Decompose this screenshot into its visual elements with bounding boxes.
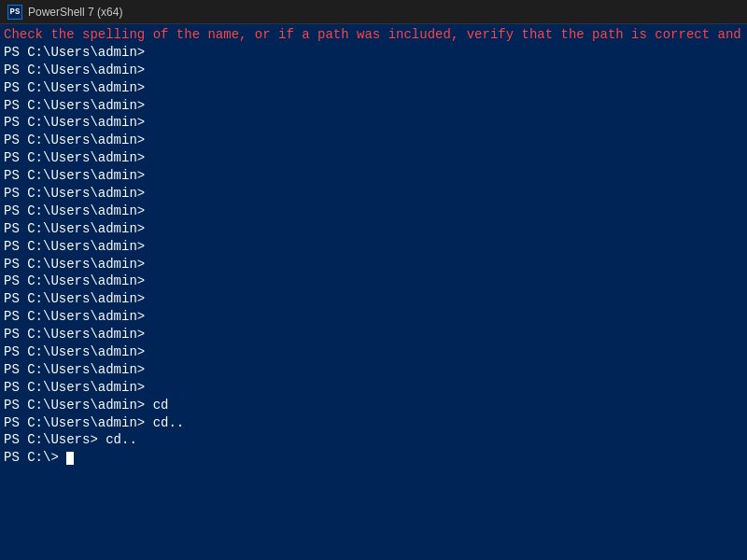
prompt-line-6: PS C:\Users\admin> xyxy=(4,132,743,149)
prompt-line-14: PS C:\Users\admin> xyxy=(4,273,743,290)
prompt-line-7: PS C:\Users\admin> xyxy=(4,149,743,167)
prompt-line-1: PS C:\Users\admin> xyxy=(4,44,743,62)
prompt-line-18: PS C:\Users\admin> xyxy=(4,343,743,361)
prompt-line-15: PS C:\Users\admin> xyxy=(4,290,743,308)
prompt-line-19: PS C:\Users\admin> xyxy=(4,361,743,379)
title-bar: PS PowerShell 7 (x64) xyxy=(0,0,747,24)
cmd-cd-line: PS C:\Users\admin> cd xyxy=(4,397,743,414)
powershell-logo: PS xyxy=(7,5,22,20)
prompt-line-9: PS C:\Users\admin> xyxy=(4,185,743,203)
prompt-line-2: PS C:\Users\admin> xyxy=(4,62,743,79)
prompt-line-13: PS C:\Users\admin> xyxy=(4,256,743,273)
prompt-line-8: PS C:\Users\admin> xyxy=(4,167,743,185)
prompt-line-11: PS C:\Users\admin> xyxy=(4,220,743,238)
current-prompt-line[interactable]: PS C:\> xyxy=(4,449,743,467)
terminal-window[interactable]: Check the spelling of the name, or if a … xyxy=(0,24,747,560)
cmd-users-cddotdot-line: PS C:\Users> cd.. xyxy=(4,431,743,449)
prompt-line-20: PS C:\Users\admin> xyxy=(4,379,743,397)
prompt-line-10: PS C:\Users\admin> xyxy=(4,203,743,220)
prompt-line-3: PS C:\Users\admin> xyxy=(4,79,743,97)
window-title: PowerShell 7 (x64) xyxy=(28,6,122,19)
prompt-line-12: PS C:\Users\admin> xyxy=(4,238,743,256)
prompt-line-16: PS C:\Users\admin> xyxy=(4,308,743,326)
prompt-line-5: PS C:\Users\admin> xyxy=(4,114,743,132)
prompt-line-4: PS C:\Users\admin> xyxy=(4,97,743,115)
cursor xyxy=(66,452,74,465)
error-line: Check the spelling of the name, or if a … xyxy=(4,26,743,44)
cmd-cddotdot-line: PS C:\Users\admin> cd.. xyxy=(4,414,743,432)
app-icon: PS xyxy=(7,5,22,20)
prompt-line-17: PS C:\Users\admin> xyxy=(4,326,743,343)
